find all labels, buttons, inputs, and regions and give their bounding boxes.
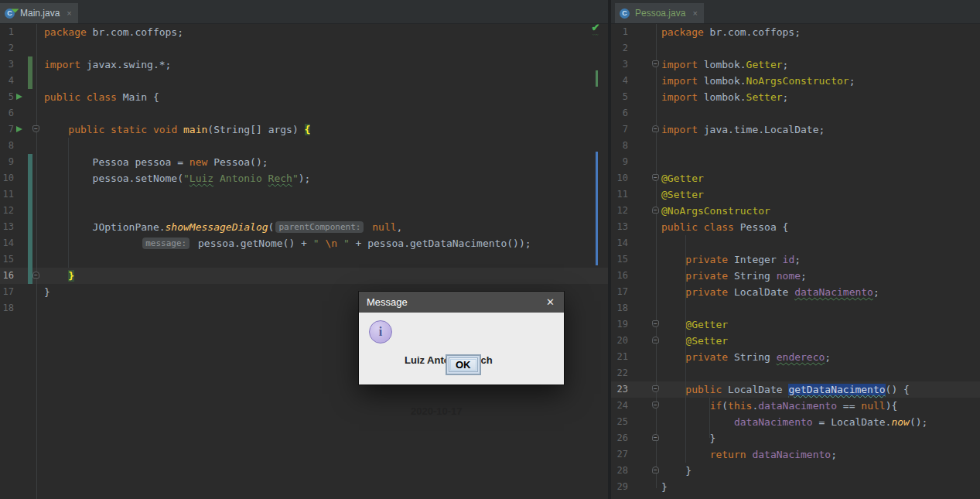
code-line[interactable]: 1package br.com.coffops; (0, 24, 608, 40)
code-line[interactable]: 3import javax.swing.*; (0, 56, 608, 73)
ok-button[interactable]: OK (446, 354, 481, 375)
run-icon[interactable] (16, 126, 22, 132)
gutter[interactable]: 14 (0, 235, 44, 251)
code-line[interactable]: 25 dataNacimento = LocalDate.now(); (611, 414, 980, 430)
code-line[interactable]: 4import lombok.NoArgsConstructor; (611, 73, 980, 89)
inspections-status-icon[interactable]: ✔ ﹏ (588, 24, 603, 37)
fold-icon[interactable]: − (32, 272, 39, 279)
code-line[interactable]: 15 (0, 251, 608, 268)
gutter[interactable]: 1 (0, 24, 44, 40)
code-line[interactable]: 24− if(this.dataNacimento == null){ (611, 398, 980, 414)
gutter[interactable]: 25 (611, 414, 661, 430)
code-line[interactable]: 29} (611, 479, 980, 495)
fold-icon[interactable]: − (652, 434, 659, 441)
gutter[interactable]: 10− (611, 170, 661, 186)
fold-icon[interactable]: − (32, 125, 39, 132)
gutter[interactable]: 7− (611, 121, 661, 138)
gutter[interactable]: 3 (0, 56, 44, 73)
code-line[interactable]: 16− } (0, 268, 608, 284)
gutter[interactable]: 9 (0, 154, 44, 170)
gutter[interactable]: 8 (0, 138, 44, 154)
code-line[interactable]: 18 (611, 300, 980, 316)
fold-icon[interactable]: − (652, 174, 659, 181)
code-line[interactable]: 12 (0, 203, 608, 219)
code-line[interactable]: 10−@Getter (611, 170, 980, 186)
code-editor-main[interactable]: 1package br.com.coffops;23import javax.s… (0, 24, 608, 316)
gutter[interactable]: 8 (611, 138, 661, 154)
fold-icon[interactable]: − (652, 320, 659, 327)
gutter[interactable]: 4 (0, 73, 44, 89)
code-line[interactable]: 14 message: pessoa.getNome() + " \n " + … (0, 235, 608, 251)
gutter[interactable]: 13 (611, 219, 661, 235)
code-line[interactable]: 28− } (611, 463, 980, 479)
gutter[interactable]: 3− (611, 56, 661, 73)
code-line[interactable]: 6 (0, 105, 608, 121)
code-line[interactable]: 8 (0, 138, 608, 154)
code-line[interactable]: 23− public LocalDate getDataNacimento() … (611, 381, 980, 398)
code-line[interactable]: 12−@NoArgsConstructor (611, 203, 980, 219)
gutter[interactable]: 27 (611, 446, 661, 463)
gutter[interactable]: 28− (611, 463, 661, 479)
gutter[interactable]: 10 (0, 170, 44, 186)
gutter[interactable]: 18 (0, 300, 44, 316)
fold-icon[interactable]: − (652, 207, 659, 214)
code-line[interactable]: 27 return dataNacimento; (611, 446, 980, 463)
gutter[interactable]: 5 (611, 89, 661, 105)
tab-pessoa-java[interactable]: C Pessoa.java × (615, 3, 704, 23)
fold-icon[interactable]: − (652, 337, 659, 343)
gutter[interactable]: 17 (0, 284, 44, 300)
vcs-modified-stripe-marker[interactable] (596, 152, 598, 265)
gutter[interactable]: 11 (611, 186, 661, 203)
code-line[interactable]: 10 pessoa.setNome("Luiz Antonio Rech"); (0, 170, 608, 186)
code-line[interactable]: 2 (611, 40, 980, 56)
gutter[interactable]: 24− (611, 398, 661, 414)
fold-icon[interactable]: − (652, 467, 659, 473)
code-line[interactable]: 15 private Integer id; (611, 251, 980, 268)
gutter[interactable]: 4 (611, 73, 661, 89)
code-line[interactable]: 6 (611, 105, 980, 121)
close-tab-icon[interactable]: × (692, 9, 697, 18)
dialog-close-icon[interactable]: ✕ (546, 296, 555, 308)
gutter[interactable]: 11 (0, 186, 44, 203)
fold-icon[interactable]: − (652, 385, 659, 392)
code-line[interactable]: 22 (611, 365, 980, 381)
code-line[interactable]: 9 Pessoa pessoa = new Pessoa(); (0, 154, 608, 170)
code-line[interactable]: 5import lombok.Setter; (611, 89, 980, 105)
code-line[interactable]: 7−import java.time.LocalDate; (611, 121, 980, 138)
gutter[interactable]: 16 (611, 268, 661, 284)
gutter[interactable]: 1 (611, 24, 661, 40)
code-line[interactable]: 9 (611, 154, 980, 170)
code-line[interactable]: 26− } (611, 430, 980, 446)
fold-icon[interactable]: − (652, 60, 659, 67)
gutter[interactable]: 20− (611, 333, 661, 349)
gutter[interactable]: 23− (611, 381, 661, 398)
gutter[interactable]: 15 (611, 251, 661, 268)
code-line[interactable]: 14 (611, 235, 980, 251)
code-line[interactable]: 16 private String nome; (611, 268, 980, 284)
close-tab-icon[interactable]: × (67, 9, 71, 18)
gutter[interactable]: 22 (611, 365, 661, 381)
code-line[interactable]: 11@Setter (611, 186, 980, 203)
code-line[interactable]: 2 (0, 40, 608, 56)
code-line[interactable]: 20− @Setter (611, 333, 980, 349)
code-line[interactable]: 5public class Main { (0, 89, 608, 105)
gutter[interactable]: 6 (0, 105, 44, 121)
gutter[interactable]: 15 (0, 251, 44, 268)
fold-icon[interactable]: − (652, 402, 659, 408)
gutter[interactable]: 17 (611, 284, 661, 300)
gutter[interactable]: 29 (611, 479, 661, 495)
code-line[interactable]: 13public class Pessoa { (611, 219, 980, 235)
gutter[interactable]: 19− (611, 316, 661, 333)
run-icon[interactable] (16, 94, 22, 100)
gutter[interactable]: 5 (0, 89, 44, 105)
gutter[interactable]: 18 (611, 300, 661, 316)
gutter[interactable]: 12− (611, 203, 661, 219)
gutter[interactable]: 16− (0, 268, 44, 284)
code-line[interactable]: 21 private String endereco; (611, 349, 980, 365)
gutter[interactable]: 2 (611, 40, 661, 56)
dialog-titlebar[interactable]: Message ✕ (359, 292, 564, 313)
code-line[interactable]: 1package br.com.coffops; (611, 24, 980, 40)
gutter[interactable]: 13 (0, 219, 44, 235)
code-line[interactable]: 4 (0, 73, 608, 89)
gutter[interactable]: 26− (611, 430, 661, 446)
